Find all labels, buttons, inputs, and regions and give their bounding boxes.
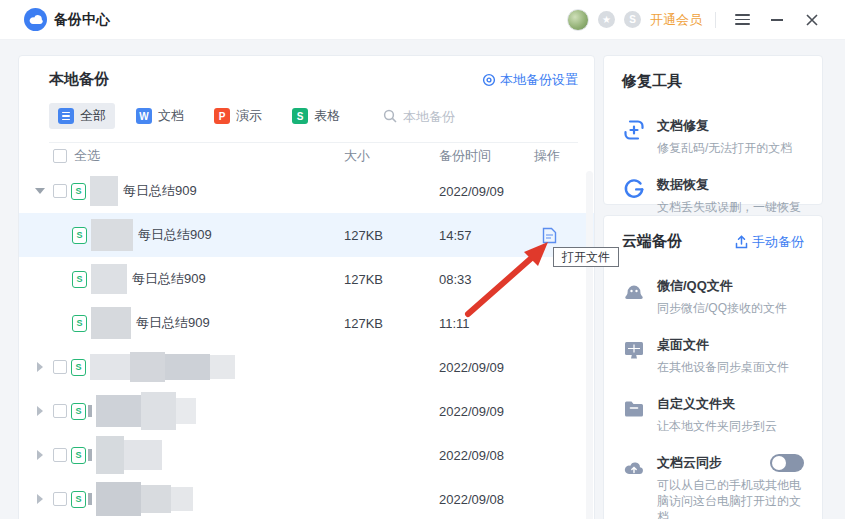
word-doc-icon: W — [136, 108, 152, 124]
censored-text — [96, 392, 196, 430]
row-checkbox[interactable] — [53, 492, 67, 506]
row-checkbox[interactable] — [53, 404, 67, 418]
manual-backup-link[interactable]: 手动备份 — [735, 233, 804, 251]
table-row[interactable]: S 2022/09/09 — [19, 389, 594, 433]
minimize-icon — [771, 19, 783, 21]
table-row[interactable]: S 每日总结909 127KB 08:33 — [19, 257, 594, 301]
censored-text — [88, 405, 92, 417]
select-all-label: 全选 — [74, 147, 100, 165]
row-checkbox[interactable] — [53, 184, 67, 198]
row-checkbox[interactable] — [53, 360, 67, 374]
close-icon — [806, 14, 818, 26]
doc-cloud-sync-item[interactable]: 文档云同步 可以从自己的手机或其他电脑访问这台电脑打开过的文档 — [622, 454, 804, 519]
select-all-checkbox[interactable] — [53, 149, 67, 163]
custom-folder-label: 自定义文件夹 — [657, 395, 804, 413]
member-star-badge-icon[interactable]: ★ — [598, 11, 615, 28]
minimize-button[interactable] — [764, 7, 790, 33]
table-header: 全选 大小 备份时间 操作 — [19, 143, 594, 169]
filter-tab-slides[interactable]: P 演示 — [205, 103, 271, 129]
expand-caret-icon[interactable] — [34, 362, 46, 372]
upgrade-membership-link[interactable]: 开通会员 — [650, 11, 702, 29]
censored-text — [91, 264, 127, 294]
doc-repair-item[interactable]: 文档修复 修复乱码/无法打开的文档 — [622, 117, 804, 156]
censored-text — [90, 176, 118, 206]
data-recovery-icon — [622, 176, 646, 215]
row-checkbox[interactable] — [53, 448, 67, 462]
backup-date: 2022/09/08 — [439, 492, 534, 507]
filter-tab-all[interactable]: 全部 — [49, 103, 115, 129]
doc-repair-label: 文档修复 — [657, 117, 804, 135]
sheet-file-icon: S — [71, 403, 86, 420]
local-backup-panel: 本地备份 本地备份设置 全部 W 文档 P 演示 S 表格 — [18, 55, 595, 519]
sheet-file-icon: S — [72, 271, 87, 288]
repair-tools-title: 修复工具 — [622, 72, 682, 91]
data-recovery-item[interactable]: 数据恢复 文档丢失或误删，一键恢复 — [622, 176, 804, 215]
qq-wechat-icon — [622, 277, 646, 316]
backup-time: 11:11 — [439, 316, 534, 331]
wechat-qq-files-item[interactable]: 微信/QQ文件 同步微信/QQ接收的文件 — [622, 277, 804, 316]
doc-repair-icon — [622, 117, 646, 156]
file-size: 127KB — [344, 228, 439, 243]
censored-text — [96, 482, 193, 516]
sheet-file-icon: S — [71, 359, 86, 376]
list-icon — [58, 108, 74, 124]
cloud-sync-toggle[interactable] — [770, 454, 804, 472]
filter-tab-docs[interactable]: W 文档 — [127, 103, 193, 129]
censored-text — [91, 307, 131, 339]
expand-caret-icon[interactable] — [34, 494, 46, 504]
member-s-badge-icon[interactable]: S — [624, 11, 641, 28]
backup-date: 2022/09/09 — [439, 360, 534, 375]
custom-folder-item[interactable]: 自定义文件夹 让本地文件夹同步到云 — [622, 395, 804, 434]
cloud-backup-panel: 云端备份 手动备份 微信/QQ文件 同步微信/QQ接收的文件 — [603, 215, 823, 519]
filter-tab-sheets[interactable]: S 表格 — [283, 103, 349, 129]
search-input[interactable] — [403, 109, 523, 124]
censored-text — [90, 352, 235, 382]
repair-tools-panel: 修复工具 文档修复 修复乱码/无法打开的文档 — [603, 55, 823, 205]
hamburger-icon — [735, 14, 750, 25]
cloud-sync-icon — [622, 454, 646, 519]
table-row[interactable]: S 每日总结909 2022/09/09 — [19, 169, 594, 213]
doc-cloud-sync-desc: 可以从自己的手机或其他电脑访问这台电脑打开过的文档 — [657, 477, 804, 519]
close-button[interactable] — [799, 7, 825, 33]
search-box[interactable] — [383, 109, 523, 124]
table-row[interactable]: S 每日总结909 127KB 14:57 — [19, 213, 594, 257]
table-row[interactable]: S 每日总结909 127KB 11:11 — [19, 301, 594, 345]
scrollbar[interactable] — [586, 171, 593, 519]
backup-date: 2022/09/09 — [439, 184, 534, 199]
titlebar-divider — [715, 12, 716, 28]
wechat-qq-files-desc: 同步微信/QQ接收的文件 — [657, 300, 804, 316]
collapse-caret-icon[interactable] — [34, 188, 46, 194]
desktop-files-item[interactable]: 桌面文件 在其他设备同步桌面文件 — [622, 336, 804, 375]
upload-icon — [735, 235, 748, 249]
table-row[interactable]: S 2022/09/09 — [19, 345, 594, 389]
gear-icon — [482, 73, 496, 87]
doc-repair-desc: 修复乱码/无法打开的文档 — [657, 140, 804, 156]
folder-icon — [622, 395, 646, 434]
censored-text — [88, 493, 92, 505]
sheet-file-icon: S — [72, 315, 87, 332]
menu-button[interactable] — [729, 7, 755, 33]
backup-time: 14:57 — [439, 228, 534, 243]
cloud-backup-title: 云端备份 — [622, 232, 682, 251]
local-backup-settings-link[interactable]: 本地备份设置 — [482, 71, 578, 89]
table-row[interactable]: S 2022/09/08 — [19, 477, 594, 519]
backup-date: 2022/09/08 — [439, 448, 534, 463]
file-size: 127KB — [344, 272, 439, 287]
doc-cloud-sync-label: 文档云同步 — [657, 454, 722, 472]
page-title: 备份中心 — [54, 11, 110, 29]
expand-caret-icon[interactable] — [34, 406, 46, 416]
open-file-icon[interactable] — [542, 227, 557, 244]
titlebar: 备份中心 ★ S 开通会员 — [0, 0, 845, 40]
file-name: 每日总结909 — [123, 182, 197, 200]
expand-caret-icon[interactable] — [34, 450, 46, 460]
search-icon — [383, 109, 397, 123]
table-row[interactable]: S 2022/09/08 — [19, 433, 594, 477]
file-name: 每日总结909 — [136, 314, 210, 332]
sheet-file-icon: S — [71, 183, 86, 200]
app-logo-cloud-icon — [24, 8, 47, 31]
column-header-time: 备份时间 — [439, 147, 534, 165]
file-name: 每日总结909 — [138, 226, 212, 244]
custom-folder-desc: 让本地文件夹同步到云 — [657, 418, 804, 434]
sheet-file-icon: S — [71, 491, 86, 508]
avatar[interactable] — [567, 9, 589, 31]
